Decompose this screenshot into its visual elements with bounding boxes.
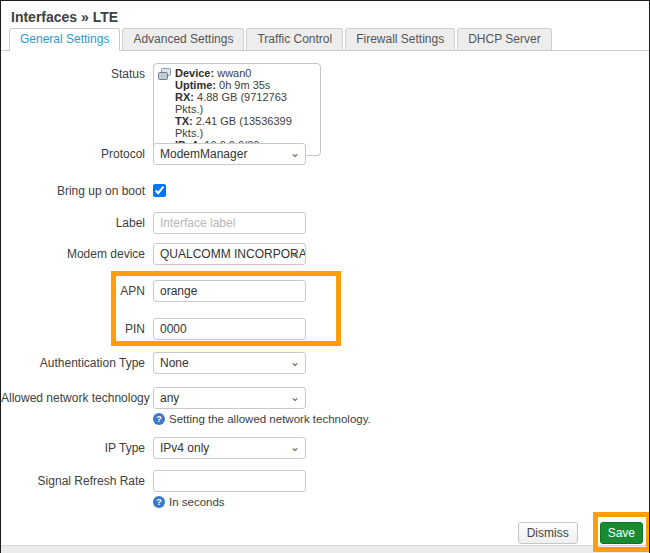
field-label-pin: PIN [1, 318, 153, 340]
modem-device-row: Modem device QUALCOMM INCORPORATE ⌄ [1, 243, 649, 265]
tab-advanced-settings[interactable]: Advanced Settings [122, 28, 244, 50]
field-label-authentication-type: Authentication Type [1, 352, 153, 374]
modem-device-select-value: QUALCOMM INCORPORATE [160, 247, 306, 261]
field-label-modem-device: Modem device [1, 243, 153, 265]
help-text: Setting the allowed network technology. [169, 413, 371, 425]
tab-firewall-settings[interactable]: Firewall Settings [345, 28, 455, 50]
ip-type-select-value: IPv4 only [160, 441, 209, 455]
authentication-type-select-value: None [160, 356, 189, 370]
authentication-type-row: Authentication Type None ⌄ [1, 352, 649, 374]
bring-up-on-boot-row: Bring up on boot [1, 180, 649, 202]
field-label-status: Status [1, 63, 153, 85]
chevron-down-icon: ⌄ [290, 144, 300, 162]
page-title: Interfaces » LTE [11, 9, 118, 25]
apn-row: APN [1, 280, 649, 302]
page-footer-strip [1, 545, 649, 553]
chevron-down-icon: ⌄ [290, 388, 300, 406]
tab-dhcp-server[interactable]: DHCP Server [457, 28, 551, 50]
field-label-bring-up-on-boot: Bring up on boot [1, 180, 153, 202]
chevron-down-icon: ⌄ [290, 438, 300, 456]
network-technology-row: Allowed network technology any ⌄ ? Setti… [1, 387, 649, 425]
chevron-down-icon: ⌄ [290, 244, 300, 262]
protocol-select[interactable]: ModemManager ⌄ [153, 143, 306, 165]
field-label-signal-refresh-rate: Signal Refresh Rate [1, 470, 153, 492]
signal-refresh-rate-help: ? In seconds [153, 496, 306, 508]
signal-refresh-rate-row: Signal Refresh Rate ? In seconds [1, 470, 649, 508]
apn-input[interactable] [153, 280, 306, 302]
protocol-row: Protocol ModemManager ⌄ [1, 143, 649, 165]
field-label-apn: APN [1, 280, 153, 302]
dismiss-button[interactable]: Dismiss [518, 522, 578, 544]
tab-general-settings[interactable]: General Settings [9, 28, 120, 51]
pin-input[interactable] [153, 318, 306, 340]
bring-up-on-boot-checkbox[interactable] [153, 184, 166, 197]
field-label-ip-type: IP Type [1, 437, 153, 459]
network-technology-help: ? Setting the allowed network technology… [153, 413, 371, 425]
tab-traffic-control[interactable]: Traffic Control [246, 28, 343, 50]
protocol-select-value: ModemManager [160, 147, 247, 161]
modem-device-select[interactable]: QUALCOMM INCORPORATE ⌄ [153, 243, 306, 265]
label-row: Label [1, 212, 649, 234]
ip-type-select[interactable]: IPv4 only ⌄ [153, 437, 306, 459]
network-interface-icon [158, 68, 171, 151]
field-label-label: Label [1, 212, 153, 234]
network-technology-select[interactable]: any ⌄ [153, 387, 306, 409]
ip-type-row: IP Type IPv4 only ⌄ [1, 437, 649, 459]
authentication-type-select[interactable]: None ⌄ [153, 352, 306, 374]
interface-label-input[interactable] [153, 212, 306, 234]
pin-row: PIN [1, 318, 649, 340]
field-label-network-technology: Allowed network technology [1, 387, 153, 409]
chevron-down-icon: ⌄ [290, 353, 300, 371]
help-icon: ? [153, 496, 165, 508]
help-text: In seconds [169, 496, 225, 508]
interface-settings-page: Interfaces » LTE General Settings Advanc… [0, 0, 650, 553]
help-icon: ? [153, 413, 165, 425]
network-technology-select-value: any [160, 391, 179, 405]
field-label-protocol: Protocol [1, 143, 153, 165]
save-button[interactable]: Save [600, 522, 643, 544]
tab-bar: General Settings Advanced Settings Traff… [1, 30, 649, 51]
status-lines: Device: wwan0 Uptime: 0h 9m 35s RX: 4.88… [175, 67, 315, 151]
action-button-row: Dismiss Save [1, 522, 649, 544]
signal-refresh-rate-input[interactable] [153, 470, 306, 492]
